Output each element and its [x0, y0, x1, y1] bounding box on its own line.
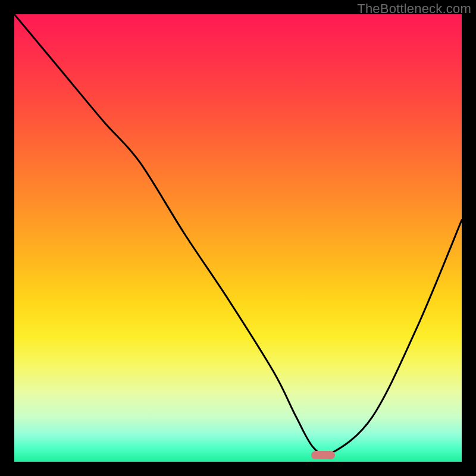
- chart-frame: TheBottleneck.com: [0, 0, 476, 476]
- watermark-text: TheBottleneck.com: [357, 1, 471, 17]
- optimal-marker: [311, 451, 335, 459]
- chart-plot-area: [14, 14, 462, 462]
- bottleneck-curve: [14, 14, 462, 462]
